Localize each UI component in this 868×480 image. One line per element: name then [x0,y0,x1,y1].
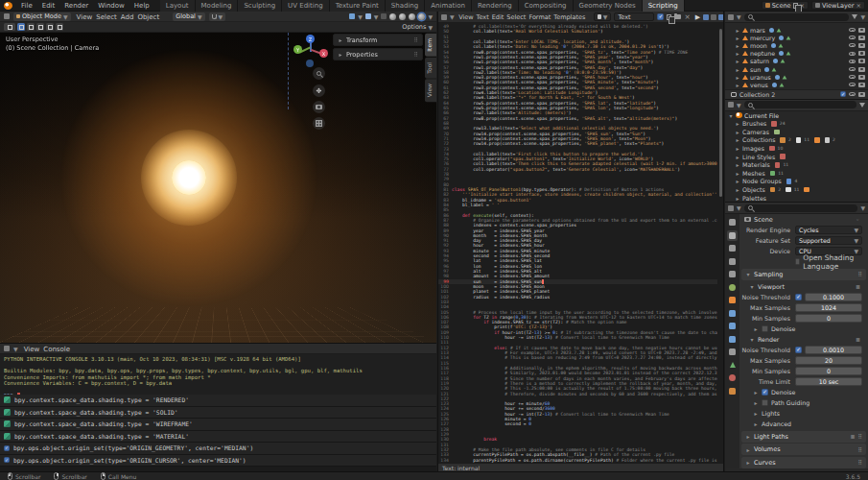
disable-render-icon[interactable] [858,28,865,33]
outliner-object-row[interactable]: ▸uranus [725,73,868,81]
text-menu-select[interactable]: Select [505,13,528,21]
workspace-tab-geometry-nodes[interactable]: Geometry Nodes [574,0,643,12]
syntax-highlight-toggle-icon[interactable] [718,14,724,20]
blendfile-category-row[interactable]: ▸Collections2112 [725,136,868,145]
property-select[interactable]: Cycles▼ [795,226,862,234]
outliner-display-mode-icon[interactable] [728,14,734,20]
python-console[interactable]: ▼ ViewConsole PYTHON INTERACTIVE CONSOLE… [0,343,436,395]
outliner-blend-file[interactable]: ▼ ▾ Current File ▸Brushes24▸Cameras▸Coll… [725,99,868,203]
workspace-tab-texture-paint[interactable]: Texture Paint [330,0,386,12]
select-mode-invert[interactable] [46,23,54,31]
filter-funnel-icon[interactable] [859,103,865,108]
disclosure-icon[interactable]: ▸ [735,129,740,135]
select-mode-set[interactable] [17,23,25,31]
viewlayer-selector[interactable]: ViewLayer × [811,1,865,10]
disclosure-icon[interactable]: ▸ [735,42,740,49]
properties-tab-scene[interactable] [727,269,738,279]
shading-material-icon[interactable] [409,13,415,20]
camera-view-button[interactable] [313,101,325,113]
text-datablock-selector[interactable]: ▼ [594,12,612,21]
mode-dropdown[interactable]: Object Mode ▼ [13,12,71,21]
disclosure-icon[interactable]: ▸ [735,145,740,152]
text-menu-edit[interactable]: Edit [490,13,505,21]
collection-row[interactable]: Collection 2 ✓ [725,89,868,99]
disclosure-icon[interactable]: ▸ [735,58,740,64]
info-log-row[interactable]: bpy.context.space_data.shading.type = 'S… [0,407,436,420]
properties-tab-world[interactable] [727,282,738,293]
disclosure-icon[interactable]: ▸ [735,66,740,73]
outliner-object-row[interactable]: ▸venus [725,81,868,88]
workspace-tab-animation[interactable]: Animation [425,0,472,12]
npanel-panel-properties[interactable]: ▸Properties⠿ [333,48,423,60]
disclosure-icon[interactable]: ▸ [735,74,740,81]
properties-tab-data[interactable] [727,360,738,371]
collection-checkbox[interactable]: ✓ [840,91,846,97]
blender-logo-icon[interactable] [4,2,12,10]
editor-type-3dview-icon[interactable] [4,13,10,19]
text-menu-text[interactable]: Text [475,13,490,21]
workspace-tab-compositing[interactable]: Compositing [519,0,574,12]
property-checkbox[interactable]: ✓ [795,347,802,353]
collapsed-panel-denoise[interactable]: ▸✓Denoise [739,387,868,397]
disable-render-icon[interactable] [858,92,865,97]
property-value-field[interactable]: 0 [795,367,862,375]
disclosure-icon[interactable]: ▸ [735,120,740,127]
disclosure-icon[interactable]: ▸ [735,27,740,34]
panel-checkbox[interactable]: ✓ [762,389,768,396]
disclosure-icon[interactable]: ▸ [735,136,740,143]
scene-selector[interactable]: Scene × [762,1,809,10]
current-file-row[interactable]: ▾ Current File [725,111,868,120]
navigation-gizmo[interactable]: Z X Y [292,35,330,69]
blendfile-category-row[interactable]: ▸Palettes [725,194,868,203]
menu-render[interactable]: Render [59,2,93,10]
hide-eye-icon[interactable] [849,67,856,71]
info-log-row[interactable]: bpy.context.space_data.shading.type = 'M… [0,431,436,444]
shading-rendered-icon[interactable] [418,13,425,20]
blendfile-category-row[interactable]: ▸Node Groups4 [725,178,868,186]
info-log-row[interactable]: ✓bpy.ops.object.origin_set(type='ORIGIN_… [0,443,436,455]
info-log[interactable]: bpy.context.space_data.shading.type = 'R… [0,395,436,471]
disclosure-icon[interactable]: ▾ [728,112,734,119]
property-checkbox[interactable] [795,258,800,265]
new-scene-icon[interactable] [793,3,798,9]
outliner-object-row[interactable]: ▸mars [725,26,868,34]
blendfile-category-row[interactable]: ▸Objects211 [725,185,868,194]
disable-render-icon[interactable] [858,43,865,48]
properties-tab-view-layer[interactable] [727,256,738,267]
text-editor[interactable]: ▼ ViewTextEditSelectFormatTemplates ▼ Te… [437,12,724,471]
properties-tab-render[interactable] [727,230,738,241]
disable-render-icon[interactable] [858,75,865,80]
disable-render-icon[interactable] [858,51,865,56]
info-log-row[interactable]: bpy.context.space_data.shading.type = 'W… [0,419,436,431]
text-menu-templates[interactable]: Templates [552,13,587,21]
panel-header-light-paths[interactable]: ▸Light Paths≣⠿ [741,431,866,443]
disclosure-icon[interactable]: ▸ [735,170,740,177]
collapsed-panel-advanced[interactable]: ▸Advanced [739,419,868,429]
menu-file[interactable]: File [16,2,37,10]
run-script-button[interactable]: ▶ [695,13,700,21]
property-value-field[interactable]: 1024 [795,303,862,312]
hide-eye-icon[interactable] [849,28,856,32]
unlink-text-icon[interactable]: × [684,12,690,21]
blendfile-display-mode-icon[interactable] [728,102,734,108]
properties-tab-particles[interactable] [727,321,738,331]
properties-editor[interactable]: ▼ ▼ Scene ◦ Render EngineCycles▼Feature … [725,202,868,468]
disclosure-icon[interactable]: ▸ [735,186,740,193]
tool-options-dropdown[interactable]: Options ▼ [402,23,433,31]
properties-tab-tool[interactable] [727,217,738,228]
properties-search-input[interactable] [744,204,858,212]
disable-render-icon[interactable] [858,59,865,63]
disclosure-icon[interactable]: ▸ [735,82,740,88]
menu-window[interactable]: Window [93,2,129,10]
select-mode-intersect[interactable] [56,23,63,31]
collapsed-panel-path-guiding[interactable]: ▸Path Guiding [739,397,868,408]
active-tool-select-box[interactable] [4,23,15,31]
blendfile-category-row[interactable]: ▸Line Styles [725,153,868,161]
console-output[interactable]: PYTHON INTERACTIVE CONSOLE 3.10.13 (main… [0,354,436,399]
shading-wireframe-icon[interactable] [389,13,396,20]
select-mode-subtract[interactable] [36,23,44,31]
sidebar-tab-view[interactable]: View [425,79,436,102]
snap-dropdown[interactable]: ▼ [209,12,226,21]
viewport-menu-select[interactable]: Select [94,13,119,21]
xray-toggle-icon[interactable] [381,13,387,19]
